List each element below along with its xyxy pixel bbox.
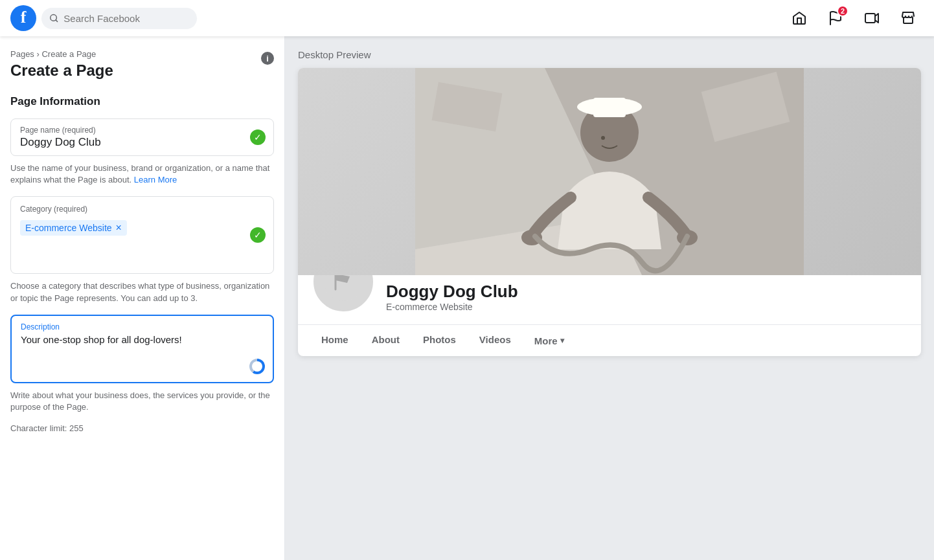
- description-textarea[interactable]: Your one-stop shop for all dog-lovers!: [21, 334, 264, 373]
- cover-photo: [298, 68, 921, 275]
- nav-icons: 2: [784, 3, 924, 34]
- page-title: Create a Page: [10, 62, 113, 80]
- preview-card: Doggy Dog Club E-commerce Website Home A…: [298, 68, 921, 356]
- nav-tab-photos[interactable]: Photos: [413, 325, 466, 356]
- video-icon: [864, 10, 880, 26]
- description-helper: Write about what your business does, the…: [10, 390, 274, 413]
- category-check-icon: ✓: [250, 227, 266, 243]
- profile-section: Doggy Dog Club E-commerce Website: [298, 275, 921, 325]
- category-tag-label: E-commerce Website: [25, 223, 112, 233]
- flag-nav-button[interactable]: 2: [820, 3, 851, 34]
- page-name-field[interactable]: Page name (required) Doggy Dog Club ✓: [10, 118, 274, 156]
- top-nav: f 2: [0, 0, 934, 36]
- description-field[interactable]: Description Your one-stop shop for all d…: [10, 315, 274, 383]
- svg-line-1: [56, 20, 58, 22]
- section-title: Page Information: [10, 95, 274, 108]
- cover-illustration: [298, 68, 921, 275]
- store-icon: [900, 10, 916, 26]
- chevron-down-icon: ▾: [560, 336, 564, 345]
- page-name-check-icon: ✓: [250, 129, 266, 145]
- page-name-label: Page name (required): [20, 126, 264, 135]
- right-panel: Desktop Preview: [285, 36, 934, 560]
- description-label: Description: [21, 322, 264, 331]
- profile-info: Doggy Dog Club E-commerce Website: [386, 275, 518, 312]
- preview-label: Desktop Preview: [298, 49, 921, 60]
- breadcrumb-pages-link[interactable]: Pages: [10, 49, 34, 59]
- main-content: Pages › Create a Page Create a Page i Pa…: [0, 36, 934, 560]
- search-icon: [49, 13, 58, 23]
- profile-category: E-commerce Website: [386, 302, 518, 312]
- svg-rect-12: [593, 98, 626, 117]
- category-tag-remove[interactable]: ×: [116, 223, 122, 233]
- left-panel: Pages › Create a Page Create a Page i Pa…: [0, 36, 285, 560]
- learn-more-link[interactable]: Learn More: [134, 175, 177, 185]
- home-icon: [792, 10, 807, 26]
- category-label: Category (required): [20, 205, 264, 214]
- nav-tab-videos[interactable]: Videos: [469, 325, 521, 356]
- nav-tab-about[interactable]: About: [361, 325, 410, 356]
- search-input[interactable]: [63, 13, 189, 24]
- category-tag: E-commerce Website ×: [20, 220, 127, 236]
- notification-badge: 2: [837, 5, 849, 17]
- svg-rect-3: [865, 14, 875, 23]
- breadcrumb: Pages › Create a Page: [10, 49, 113, 59]
- video-nav-button[interactable]: [856, 3, 887, 34]
- info-icon[interactable]: i: [261, 52, 274, 65]
- home-nav-button[interactable]: [784, 3, 815, 34]
- svg-point-13: [601, 136, 605, 140]
- search-box[interactable]: [41, 8, 197, 29]
- nav-tab-more[interactable]: More ▾: [524, 326, 575, 355]
- page-name-value: Doggy Dog Club: [20, 136, 264, 149]
- category-field[interactable]: Category (required) E-commerce Website ×…: [10, 196, 274, 274]
- page-nav: Home About Photos Videos More ▾: [298, 325, 921, 356]
- char-limit: Character limit: 255: [10, 423, 274, 433]
- page-name-helper: Use the name of your business, brand or …: [10, 162, 274, 186]
- profile-name: Doggy Dog Club: [386, 282, 518, 302]
- facebook-logo: f: [10, 5, 36, 31]
- marketplace-nav-button[interactable]: [893, 3, 924, 34]
- category-helper: Choose a category that describes what ty…: [10, 280, 274, 304]
- nav-tab-home[interactable]: Home: [311, 325, 359, 356]
- description-loading-icon: [249, 359, 265, 374]
